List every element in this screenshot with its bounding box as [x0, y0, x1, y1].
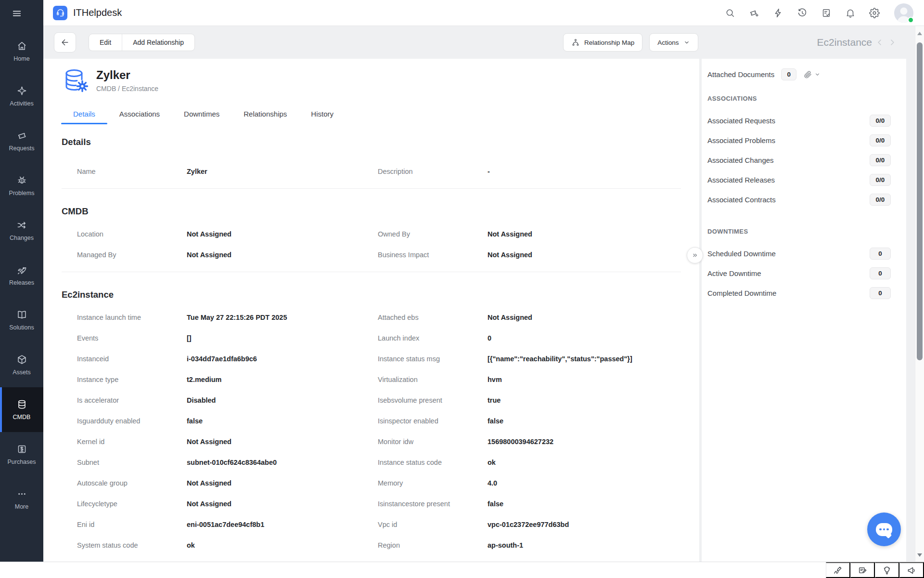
field-value: ok — [187, 535, 378, 555]
sidebar-item-label: Requests — [9, 145, 35, 152]
changes-icon — [16, 220, 27, 231]
sidebar-item-releases[interactable]: Releases — [0, 253, 43, 298]
more-icon — [16, 488, 27, 499]
scrollbar-thumb[interactable] — [917, 42, 923, 360]
sidebar-item-problems[interactable]: Problems — [0, 163, 43, 208]
section-heading: Ec2instance — [62, 289, 699, 300]
activities-icon — [16, 85, 27, 96]
association-associated-requests[interactable]: Associated Requests0/0 — [702, 111, 906, 131]
sidebar-item-home[interactable]: Home — [0, 29, 43, 74]
edit-button[interactable]: Edit — [89, 34, 122, 51]
count-badge[interactable]: 0/0 — [870, 134, 891, 146]
sidebar-item-more[interactable]: More — [0, 477, 43, 522]
zia-icon[interactable] — [826, 562, 850, 578]
next-record-chevron-right-icon[interactable] — [887, 38, 897, 47]
scroll-up-arrow[interactable] — [917, 32, 922, 35]
section-divider — [62, 188, 681, 189]
sidebar-item-changes[interactable]: Changes — [0, 208, 43, 253]
search-icon[interactable] — [725, 8, 735, 18]
lightbulb-icon — [882, 565, 892, 575]
collapse-panel-button[interactable] — [687, 247, 703, 263]
app-logo[interactable] — [53, 6, 67, 20]
downtime-completed-downtime[interactable]: Completed Downtime0 — [702, 283, 906, 303]
attach-file-control[interactable] — [803, 70, 821, 79]
downtime-active-downtime[interactable]: Active Downtime0 — [702, 263, 906, 283]
count-badge[interactable]: 0/0 — [870, 115, 891, 127]
sidebar-item-activities[interactable]: Activities — [0, 74, 43, 118]
count-badge[interactable]: 0 — [870, 287, 891, 299]
attached-documents-count-badge[interactable]: 0 — [781, 68, 796, 80]
relationship-map-button[interactable]: Relationship Map — [563, 33, 642, 52]
section-divider — [62, 272, 681, 272]
approvals-icon[interactable] — [821, 8, 832, 18]
app-title: ITHelpdesk — [73, 7, 122, 18]
right-panel: Attached Documents 0 ASSOCIATIONS Associ… — [702, 59, 906, 562]
downtimes-header: DOWNTIMES — [707, 228, 906, 235]
association-associated-releases[interactable]: Associated Releases0/0 — [702, 170, 906, 190]
field-label: Virtualization — [378, 369, 488, 390]
count-badge[interactable]: 0 — [870, 267, 891, 279]
count-badge[interactable]: 0/0 — [870, 174, 891, 186]
breadcrumb: CMDB / Ec2instance — [96, 85, 158, 92]
lightbulb-icon[interactable] — [875, 562, 899, 578]
sidebar-item-purchases[interactable]: Purchases — [0, 432, 43, 477]
home-icon — [16, 40, 27, 52]
back-button[interactable] — [54, 32, 76, 53]
field-value: [] — [187, 328, 378, 348]
online-status-dot — [908, 17, 914, 23]
count-badge[interactable]: 0/0 — [870, 154, 891, 166]
panel-item-label: Associated Problems — [707, 136, 775, 144]
panel-item-label: Associated Changes — [707, 156, 774, 164]
notifications-bell-icon[interactable] — [845, 8, 856, 18]
panel-item-label: Active Downtime — [707, 269, 761, 277]
field-grid: NameZylkerDescription- — [77, 161, 699, 182]
entity-pager: Ec2instance — [817, 37, 897, 48]
prev-record-chevron-left-icon[interactable] — [875, 38, 885, 47]
tab-relationships[interactable]: Relationships — [231, 104, 299, 124]
field-label: Instance status code — [378, 452, 488, 473]
field-value: Tue May 27 22:15:26 PDT 2025 — [187, 307, 378, 328]
tab-associations[interactable]: Associations — [107, 104, 172, 124]
scroll-down-arrow[interactable] — [917, 553, 922, 557]
announcement-icon[interactable] — [899, 562, 924, 578]
section-ec2instance: Ec2instanceInstance launch timeTue May 2… — [43, 289, 699, 562]
feedback-notes-icon[interactable] — [850, 562, 875, 578]
downtime-scheduled-downtime[interactable]: Scheduled Downtime0 — [702, 244, 906, 263]
field-label: Isebsvolume present — [378, 390, 488, 410]
flash-icon[interactable] — [773, 8, 783, 18]
user-avatar[interactable] — [894, 3, 913, 23]
sidebar: HomeActivitiesRequestsProblemsChangesRel… — [0, 0, 43, 563]
tab-history[interactable]: History — [299, 104, 346, 124]
association-associated-problems[interactable]: Associated Problems0/0 — [702, 131, 906, 150]
actions-button[interactable]: Actions — [649, 33, 698, 52]
count-badge[interactable]: 0 — [870, 248, 891, 260]
field-label: Instanceid — [77, 348, 187, 369]
field-label: Is accelerator — [77, 390, 187, 410]
tab-details[interactable]: Details — [61, 104, 107, 124]
ticket-add-icon[interactable] — [749, 8, 759, 18]
history-icon[interactable] — [797, 8, 808, 18]
association-associated-changes[interactable]: Associated Changes0/0 — [702, 150, 906, 170]
relationship-map-label: Relationship Map — [584, 39, 634, 46]
sidebar-item-assets[interactable]: Assets — [0, 342, 43, 387]
field-label: Attached ebs — [378, 307, 488, 328]
sidebar-item-label: Releases — [9, 279, 34, 286]
field-label: Launch index — [378, 328, 488, 348]
page-title: Zylker — [96, 68, 158, 82]
sidebar-nav: HomeActivitiesRequestsProblemsChangesRel… — [0, 29, 43, 522]
sidebar-item-cmdb[interactable]: CMDB — [0, 387, 43, 432]
tab-downtimes[interactable]: Downtimes — [172, 104, 231, 124]
chat-fab-button[interactable] — [867, 512, 901, 546]
panel-item-label: Associated Contracts — [707, 196, 776, 204]
section-details: DetailsNameZylkerDescription- — [43, 137, 699, 189]
add-relationship-button[interactable]: Add Relationship — [122, 34, 194, 51]
field-label: Eni id — [77, 514, 187, 535]
field-label: Monitor idw — [378, 431, 488, 452]
sidebar-item-requests[interactable]: Requests — [0, 118, 43, 163]
settings-gear-icon[interactable] — [869, 8, 880, 18]
association-associated-contracts[interactable]: Associated Contracts0/0 — [702, 190, 906, 210]
count-badge[interactable]: 0/0 — [870, 194, 891, 206]
hamburger-menu-icon[interactable] — [12, 8, 22, 19]
sidebar-item-solutions[interactable]: Solutions — [0, 298, 43, 342]
relationship-map-icon — [571, 38, 580, 47]
